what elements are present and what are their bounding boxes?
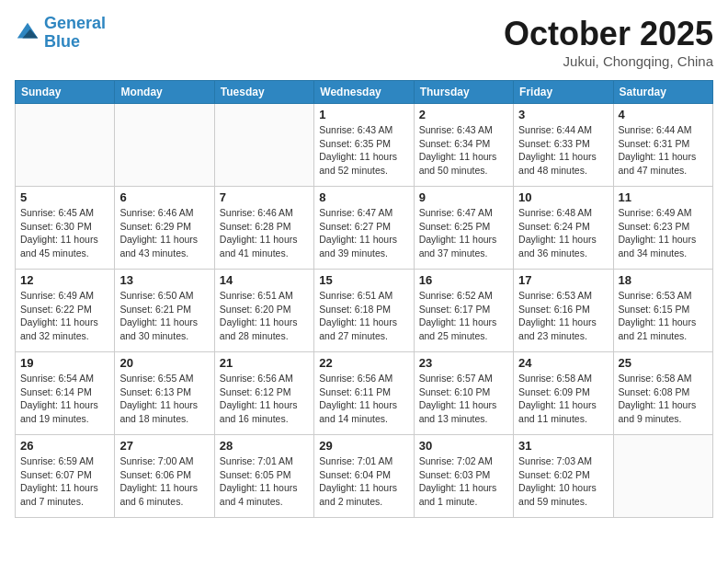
day-number: 20 bbox=[119, 356, 209, 370]
weekday-header-sunday: Sunday bbox=[16, 81, 115, 104]
day-number: 12 bbox=[20, 273, 109, 287]
logo-text: General Blue bbox=[44, 15, 106, 52]
day-number: 27 bbox=[119, 439, 209, 453]
day-number: 3 bbox=[518, 108, 608, 121]
day-number: 4 bbox=[619, 108, 708, 121]
weekday-header-saturday: Saturday bbox=[613, 81, 712, 104]
day-number: 2 bbox=[419, 108, 508, 121]
calendar-cell: 11Sunrise: 6:49 AM Sunset: 6:23 PM Dayli… bbox=[613, 187, 712, 270]
calendar-cell: 9Sunrise: 6:47 AM Sunset: 6:25 PM Daylig… bbox=[414, 187, 513, 270]
calendar-cell: 4Sunrise: 6:44 AM Sunset: 6:31 PM Daylig… bbox=[613, 104, 712, 187]
calendar-cell: 30Sunrise: 7:02 AM Sunset: 6:03 PM Dayli… bbox=[414, 435, 513, 518]
day-number: 23 bbox=[419, 356, 508, 370]
calendar-cell: 13Sunrise: 6:50 AM Sunset: 6:21 PM Dayli… bbox=[115, 270, 214, 352]
calendar-cell: 24Sunrise: 6:58 AM Sunset: 6:09 PM Dayli… bbox=[514, 352, 613, 435]
calendar-cell: 15Sunrise: 6:51 AM Sunset: 6:18 PM Dayli… bbox=[314, 270, 414, 352]
week-row-1: 5Sunrise: 6:45 AM Sunset: 6:30 PM Daylig… bbox=[16, 187, 713, 270]
day-info: Sunrise: 6:51 AM Sunset: 6:18 PM Dayligh… bbox=[319, 289, 408, 343]
calendar-cell bbox=[613, 435, 712, 518]
day-number: 7 bbox=[220, 190, 309, 204]
calendar-cell: 6Sunrise: 6:46 AM Sunset: 6:29 PM Daylig… bbox=[115, 187, 214, 270]
day-info: Sunrise: 6:51 AM Sunset: 6:20 PM Dayligh… bbox=[220, 289, 309, 343]
day-info: Sunrise: 7:03 AM Sunset: 6:02 PM Dayligh… bbox=[518, 454, 608, 509]
calendar-cell: 12Sunrise: 6:49 AM Sunset: 6:22 PM Dayli… bbox=[16, 270, 115, 352]
day-info: Sunrise: 6:56 AM Sunset: 6:12 PM Dayligh… bbox=[220, 372, 309, 426]
day-info: Sunrise: 6:45 AM Sunset: 6:30 PM Dayligh… bbox=[20, 206, 109, 260]
day-number: 26 bbox=[20, 439, 109, 453]
calendar-cell: 28Sunrise: 7:01 AM Sunset: 6:05 PM Dayli… bbox=[214, 435, 313, 518]
weekday-header-friday: Friday bbox=[514, 81, 613, 104]
calendar-cell: 26Sunrise: 6:59 AM Sunset: 6:07 PM Dayli… bbox=[16, 435, 115, 518]
calendar-cell: 21Sunrise: 6:56 AM Sunset: 6:12 PM Dayli… bbox=[214, 352, 313, 435]
calendar-cell: 27Sunrise: 7:00 AM Sunset: 6:06 PM Dayli… bbox=[115, 435, 214, 518]
day-number: 11 bbox=[619, 190, 708, 204]
calendar-cell: 10Sunrise: 6:48 AM Sunset: 6:24 PM Dayli… bbox=[514, 187, 613, 270]
calendar-cell: 31Sunrise: 7:03 AM Sunset: 6:02 PM Dayli… bbox=[514, 435, 613, 518]
day-number: 24 bbox=[518, 356, 608, 370]
calendar-cell: 17Sunrise: 6:53 AM Sunset: 6:16 PM Dayli… bbox=[514, 270, 613, 352]
day-info: Sunrise: 6:58 AM Sunset: 6:09 PM Dayligh… bbox=[518, 372, 608, 426]
day-info: Sunrise: 6:54 AM Sunset: 6:14 PM Dayligh… bbox=[20, 372, 109, 426]
day-info: Sunrise: 6:47 AM Sunset: 6:27 PM Dayligh… bbox=[319, 206, 408, 260]
page-header: General Blue October 2025 Jukui, Chongqi… bbox=[15, 15, 713, 69]
calendar-cell bbox=[16, 104, 115, 187]
calendar-cell: 16Sunrise: 6:52 AM Sunset: 6:17 PM Dayli… bbox=[414, 270, 513, 352]
calendar-cell: 5Sunrise: 6:45 AM Sunset: 6:30 PM Daylig… bbox=[16, 187, 115, 270]
day-info: Sunrise: 6:59 AM Sunset: 6:07 PM Dayligh… bbox=[20, 454, 109, 509]
calendar-cell: 1Sunrise: 6:43 AM Sunset: 6:35 PM Daylig… bbox=[314, 104, 414, 187]
calendar-cell bbox=[115, 104, 214, 187]
week-row-0: 1Sunrise: 6:43 AM Sunset: 6:35 PM Daylig… bbox=[16, 104, 713, 187]
calendar-cell: 29Sunrise: 7:01 AM Sunset: 6:04 PM Dayli… bbox=[314, 435, 414, 518]
day-info: Sunrise: 6:48 AM Sunset: 6:24 PM Dayligh… bbox=[518, 206, 608, 260]
day-info: Sunrise: 6:46 AM Sunset: 6:28 PM Dayligh… bbox=[220, 206, 309, 260]
day-number: 19 bbox=[20, 356, 109, 370]
calendar-cell: 18Sunrise: 6:53 AM Sunset: 6:15 PM Dayli… bbox=[613, 270, 712, 352]
day-info: Sunrise: 6:44 AM Sunset: 6:33 PM Dayligh… bbox=[518, 123, 608, 178]
day-info: Sunrise: 6:47 AM Sunset: 6:25 PM Dayligh… bbox=[419, 206, 508, 260]
weekday-header-tuesday: Tuesday bbox=[214, 81, 313, 104]
day-info: Sunrise: 6:43 AM Sunset: 6:35 PM Dayligh… bbox=[319, 123, 408, 178]
calendar: SundayMondayTuesdayWednesdayThursdayFrid… bbox=[15, 80, 713, 518]
logo-line1: General bbox=[44, 14, 106, 32]
day-number: 31 bbox=[518, 439, 608, 453]
day-number: 15 bbox=[319, 273, 408, 287]
day-info: Sunrise: 6:49 AM Sunset: 6:22 PM Dayligh… bbox=[20, 289, 109, 343]
day-info: Sunrise: 6:50 AM Sunset: 6:21 PM Dayligh… bbox=[119, 289, 209, 343]
day-number: 17 bbox=[518, 273, 608, 287]
day-info: Sunrise: 6:49 AM Sunset: 6:23 PM Dayligh… bbox=[619, 206, 708, 260]
day-info: Sunrise: 6:53 AM Sunset: 6:16 PM Dayligh… bbox=[518, 289, 608, 343]
calendar-cell: 25Sunrise: 6:58 AM Sunset: 6:08 PM Dayli… bbox=[613, 352, 712, 435]
calendar-cell: 20Sunrise: 6:55 AM Sunset: 6:13 PM Dayli… bbox=[115, 352, 214, 435]
week-row-4: 26Sunrise: 6:59 AM Sunset: 6:07 PM Dayli… bbox=[16, 435, 713, 518]
title-block: October 2025 Jukui, Chongqing, China bbox=[504, 15, 713, 69]
day-number: 8 bbox=[319, 190, 408, 204]
location: Jukui, Chongqing, China bbox=[504, 53, 713, 69]
calendar-cell bbox=[214, 104, 313, 187]
calendar-cell: 8Sunrise: 6:47 AM Sunset: 6:27 PM Daylig… bbox=[314, 187, 414, 270]
calendar-cell: 23Sunrise: 6:57 AM Sunset: 6:10 PM Dayli… bbox=[414, 352, 513, 435]
day-info: Sunrise: 6:46 AM Sunset: 6:29 PM Dayligh… bbox=[119, 206, 209, 260]
weekday-header-monday: Monday bbox=[115, 81, 214, 104]
day-info: Sunrise: 7:00 AM Sunset: 6:06 PM Dayligh… bbox=[119, 454, 209, 509]
day-info: Sunrise: 6:44 AM Sunset: 6:31 PM Dayligh… bbox=[619, 123, 708, 178]
calendar-cell: 19Sunrise: 6:54 AM Sunset: 6:14 PM Dayli… bbox=[16, 352, 115, 435]
day-number: 16 bbox=[419, 273, 508, 287]
month-title: October 2025 bbox=[504, 15, 713, 53]
calendar-cell: 14Sunrise: 6:51 AM Sunset: 6:20 PM Dayli… bbox=[214, 270, 313, 352]
day-number: 6 bbox=[119, 190, 209, 204]
day-number: 22 bbox=[319, 356, 408, 370]
day-number: 13 bbox=[119, 273, 209, 287]
day-number: 1 bbox=[319, 108, 408, 121]
day-info: Sunrise: 7:02 AM Sunset: 6:03 PM Dayligh… bbox=[419, 454, 508, 509]
day-info: Sunrise: 6:55 AM Sunset: 6:13 PM Dayligh… bbox=[119, 372, 209, 426]
calendar-cell: 22Sunrise: 6:56 AM Sunset: 6:11 PM Dayli… bbox=[314, 352, 414, 435]
week-row-3: 19Sunrise: 6:54 AM Sunset: 6:14 PM Dayli… bbox=[16, 352, 713, 435]
day-number: 9 bbox=[419, 190, 508, 204]
day-info: Sunrise: 7:01 AM Sunset: 6:05 PM Dayligh… bbox=[220, 454, 309, 509]
weekday-header-wednesday: Wednesday bbox=[314, 81, 414, 104]
day-number: 29 bbox=[319, 439, 408, 453]
day-info: Sunrise: 6:52 AM Sunset: 6:17 PM Dayligh… bbox=[419, 289, 508, 343]
day-number: 28 bbox=[220, 439, 309, 453]
day-number: 25 bbox=[619, 356, 708, 370]
logo: General Blue bbox=[15, 15, 106, 52]
